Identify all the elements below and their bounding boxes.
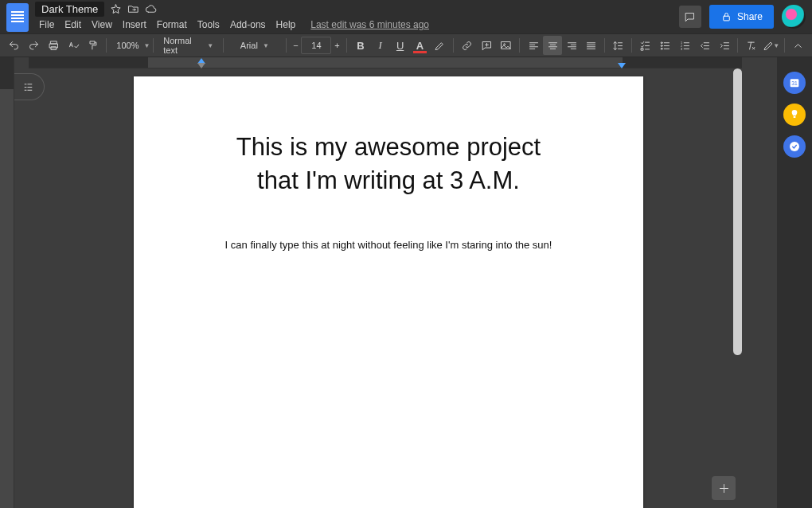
vruler-margin <box>0 57 14 89</box>
paragraph-style-select[interactable]: Normal text▼ <box>158 37 219 54</box>
separator <box>519 38 520 53</box>
tasks-icon[interactable] <box>783 135 806 158</box>
indent-marker-right-icon[interactable] <box>618 63 626 68</box>
italic-button[interactable]: I <box>371 36 389 55</box>
decrease-indent-button[interactable] <box>696 36 714 55</box>
cloud-done-icon[interactable] <box>144 2 157 15</box>
header-right: Share <box>679 5 806 29</box>
docs-logo-icon[interactable] <box>6 3 29 32</box>
svg-point-9 <box>661 48 662 49</box>
align-center-button[interactable] <box>543 36 562 55</box>
undo-button[interactable] <box>5 36 23 55</box>
font-size-input[interactable]: 14 <box>301 37 331 54</box>
insert-image-button[interactable] <box>498 36 516 55</box>
svg-rect-6 <box>642 48 644 50</box>
line-spacing-button[interactable] <box>609 36 627 55</box>
hide-menus-button[interactable] <box>789 36 807 55</box>
clear-formatting-button[interactable] <box>742 36 760 55</box>
font-family-select[interactable]: Arial▼ <box>228 37 281 54</box>
svg-rect-3 <box>51 46 56 49</box>
account-avatar[interactable] <box>782 5 806 29</box>
doc-body-paragraph[interactable]: I can finally type this at night without… <box>191 239 586 251</box>
vertical-ruler[interactable] <box>0 57 14 508</box>
page-content[interactable]: This is my awesome project that I'm writ… <box>134 76 643 283</box>
separator <box>153 38 154 53</box>
svg-text:31: 31 <box>791 80 798 86</box>
svg-text:3: 3 <box>681 47 682 50</box>
doc-heading[interactable]: This is my awesome project that I'm writ… <box>191 131 586 197</box>
folder-move-icon[interactable] <box>127 2 139 15</box>
bulleted-list-button[interactable] <box>656 36 674 55</box>
separator <box>346 38 347 53</box>
insert-link-button[interactable] <box>458 36 476 55</box>
indent-marker-left-bottom-icon[interactable] <box>197 63 205 68</box>
text-color-button[interactable]: A <box>411 36 429 55</box>
doc-heading-line2: that I'm writing at 3 A.M. <box>257 166 520 194</box>
separator <box>106 38 107 53</box>
highlight-color-button[interactable] <box>431 36 449 55</box>
last-edit-link[interactable]: Last edit was 6 minutes ago <box>306 18 433 32</box>
share-button-label: Share <box>737 11 763 22</box>
spellcheck-button[interactable] <box>64 36 83 55</box>
zoom-select[interactable]: 100%▼ <box>111 37 149 54</box>
bold-button[interactable]: B <box>351 36 369 55</box>
increase-indent-button[interactable] <box>716 36 734 55</box>
svg-point-8 <box>661 45 662 46</box>
align-left-button[interactable] <box>524 36 543 55</box>
align-justify-button[interactable] <box>581 36 600 55</box>
editing-mode-button[interactable]: ▼ <box>762 36 780 55</box>
svg-point-5 <box>504 43 506 45</box>
align-right-button[interactable] <box>562 36 581 55</box>
menu-view[interactable]: View <box>88 18 116 32</box>
calendar-icon[interactable]: 31 <box>783 72 806 94</box>
horizontal-ruler[interactable] <box>29 57 742 68</box>
toolbar: 100%▼ Normal text▼ Arial▼ − 14 + B I U A… <box>0 33 812 57</box>
document-title[interactable]: Dark Theme <box>35 2 104 17</box>
menu-format[interactable]: Format <box>153 18 191 32</box>
paint-format-button[interactable] <box>84 36 103 55</box>
share-button[interactable]: Share <box>709 5 774 29</box>
vertical-scrollbar[interactable] <box>733 68 742 502</box>
menu-tools[interactable]: Tools <box>193 18 224 32</box>
print-button[interactable] <box>45 36 63 55</box>
scroll-thumb[interactable] <box>733 68 742 355</box>
document-page[interactable]: This is my awesome project that I'm writ… <box>134 76 643 508</box>
show-outline-button[interactable] <box>14 73 45 100</box>
separator <box>453 38 454 53</box>
separator <box>737 38 738 53</box>
redo-button[interactable] <box>25 36 43 55</box>
font-size-group: − 14 + <box>290 37 342 54</box>
add-comment-button[interactable] <box>478 36 496 55</box>
side-panel: 31 <box>777 57 812 508</box>
menu-addons[interactable]: Add-ons <box>226 18 270 32</box>
open-comments-button[interactable] <box>679 6 701 28</box>
separator <box>784 38 785 53</box>
keep-icon[interactable] <box>783 104 806 126</box>
menu-edit[interactable]: Edit <box>61 18 85 32</box>
menu-help[interactable]: Help <box>272 18 300 32</box>
doc-heading-line1: This is my awesome project <box>236 133 541 161</box>
title-column: Dark Theme File Edit View Insert Format … <box>35 2 433 33</box>
separator <box>286 38 287 53</box>
star-outline-icon[interactable] <box>109 2 122 15</box>
svg-rect-0 <box>724 16 730 21</box>
underline-button[interactable]: U <box>391 36 409 55</box>
menu-insert[interactable]: Insert <box>119 18 150 32</box>
separator <box>223 38 224 53</box>
menu-bar: File Edit View Insert Format Tools Add-o… <box>35 17 433 33</box>
separator <box>631 38 632 53</box>
font-size-increase[interactable]: + <box>331 41 342 50</box>
workspace: This is my awesome project that I'm writ… <box>0 57 812 508</box>
menu-file[interactable]: File <box>35 18 58 32</box>
svg-point-7 <box>661 41 662 43</box>
numbered-list-button[interactable]: 123 <box>676 36 694 55</box>
hruler-margin-right <box>623 57 742 68</box>
font-size-decrease[interactable]: − <box>290 41 301 50</box>
svg-point-16 <box>790 142 799 151</box>
hruler-margin-left <box>29 57 148 68</box>
explore-button[interactable] <box>712 476 736 500</box>
svg-rect-15 <box>794 116 796 118</box>
checklist-button[interactable] <box>636 36 654 55</box>
separator <box>604 38 605 53</box>
document-canvas[interactable]: This is my awesome project that I'm writ… <box>14 57 777 508</box>
